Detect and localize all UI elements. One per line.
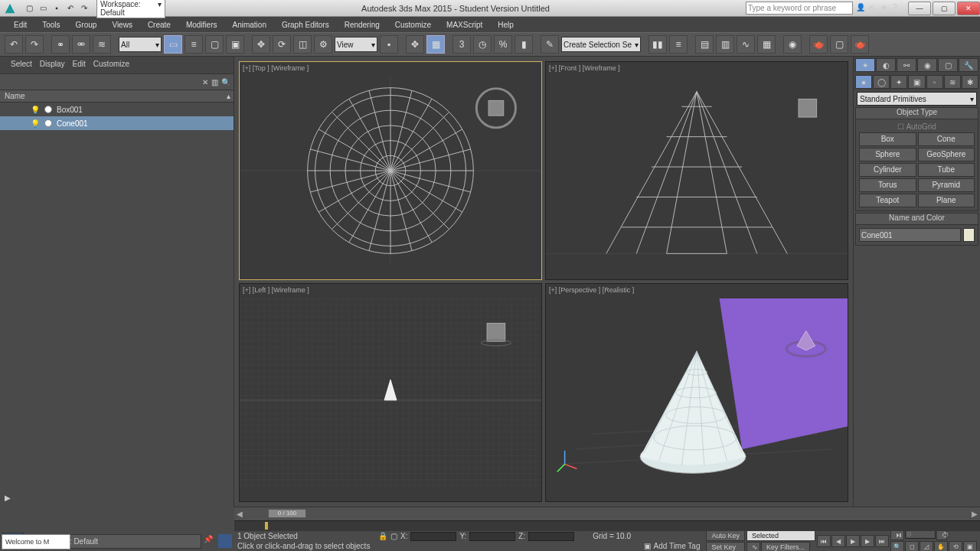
motion-tab-icon[interactable]: ◉ xyxy=(917,58,937,72)
obj-cone-button[interactable]: Cone xyxy=(918,132,975,146)
exchange-icon[interactable]: ✕ xyxy=(868,3,879,14)
lock-icon[interactable]: ✕ xyxy=(202,78,208,86)
obj-sphere-button[interactable]: Sphere xyxy=(859,148,916,161)
obj-pyramid-button[interactable]: Pyramid xyxy=(918,178,975,192)
keyboard-shortcut-button[interactable]: ▦ xyxy=(426,35,445,54)
menu-modifiers[interactable]: Modifiers xyxy=(178,18,225,31)
menu-maxscript[interactable]: MAXScript xyxy=(439,18,490,31)
x-coord-input[interactable] xyxy=(410,532,456,541)
keymode-dropdown[interactable]: Selected xyxy=(746,530,815,541)
track-bar[interactable] xyxy=(234,520,980,531)
new-icon[interactable]: ▢ xyxy=(23,2,35,15)
goto-start-icon[interactable]: ⏮ xyxy=(817,535,831,547)
autogrid-checkbox[interactable]: ☐ AutoGrid xyxy=(859,122,975,131)
time-slider[interactable]: ◀ 0 / 100 ▶ xyxy=(234,507,980,520)
undo-icon[interactable]: ↶ xyxy=(64,2,77,15)
redo-button[interactable]: ↷ xyxy=(25,35,44,54)
keyframe-icon[interactable] xyxy=(265,522,268,530)
expand-icon[interactable]: ▶ xyxy=(0,494,15,502)
filter-icon[interactable]: ▥ xyxy=(211,78,218,86)
systems-icon[interactable]: ✱ xyxy=(962,75,978,89)
keyfilters-button[interactable]: Key Filters... xyxy=(761,542,810,552)
select-object-button[interactable]: ▭ xyxy=(164,35,182,54)
object-color-swatch[interactable] xyxy=(963,228,975,242)
viewcube-icon[interactable] xyxy=(476,89,515,128)
visibility-icon[interactable] xyxy=(44,106,52,113)
play-icon[interactable]: ▶ xyxy=(846,535,860,547)
obj-plane-button[interactable]: Plane xyxy=(918,194,975,207)
mirror-button[interactable]: ▮▮ xyxy=(648,35,667,54)
add-time-tag[interactable]: Add Time Tag xyxy=(654,542,701,550)
bind-button[interactable]: ≋ xyxy=(93,35,111,54)
render-button[interactable]: 🫖 xyxy=(851,35,869,54)
scene-item-box[interactable]: 💡 Box001 xyxy=(0,103,234,116)
nav-pan-icon[interactable]: ✋ xyxy=(934,541,948,552)
scale-button[interactable]: ◫ xyxy=(293,35,312,54)
manipulate-button[interactable]: ✥ xyxy=(406,35,424,54)
prev-frame-icon[interactable]: ◀ xyxy=(234,510,245,518)
menu-customize[interactable]: Customize xyxy=(387,18,439,31)
menu-edit[interactable]: Edit xyxy=(6,18,34,31)
viewport-front[interactable]: [+] [Front ] [Wireframe ] xyxy=(545,61,848,280)
cameras-icon[interactable]: ▣ xyxy=(908,75,925,89)
scene-explorer-button[interactable]: ▥ xyxy=(716,35,734,54)
rotate-button[interactable]: ⟳ xyxy=(273,35,291,54)
nav-fov-icon[interactable]: ◿ xyxy=(920,541,933,552)
spacewarps-icon[interactable]: ≋ xyxy=(944,75,961,89)
lock-icon[interactable]: 🔒 xyxy=(378,532,387,540)
window-crossing-button[interactable]: ▣ xyxy=(226,35,244,54)
render-frame-button[interactable]: ▢ xyxy=(830,35,848,54)
obj-tube-button[interactable]: Tube xyxy=(918,163,975,177)
nav-zoomall-icon[interactable]: ◻ xyxy=(905,541,919,552)
next-key-icon[interactable]: ▶ xyxy=(861,535,874,547)
rollout-object-type[interactable]: Object Type xyxy=(855,107,978,119)
maximize-button[interactable]: ▢ xyxy=(933,2,956,15)
curve-editor-button[interactable]: ∿ xyxy=(737,35,755,54)
redo-icon[interactable]: ↷ xyxy=(78,2,90,15)
move-button[interactable]: ✥ xyxy=(252,35,270,54)
pin-icon[interactable]: 📌 xyxy=(204,535,216,547)
scene-header[interactable]: Name▴ xyxy=(0,90,234,103)
pivot-button[interactable]: ▪ xyxy=(380,35,398,54)
nav-maximize-icon[interactable]: ▣ xyxy=(963,541,977,552)
display-tab-icon[interactable]: ▢ xyxy=(938,58,958,72)
create-tab-icon[interactable]: ✦ xyxy=(855,58,875,72)
time-handle[interactable]: 0 / 100 xyxy=(268,509,306,518)
menu-tools[interactable]: Tools xyxy=(34,18,67,31)
lights-icon[interactable]: ✦ xyxy=(890,75,907,89)
rect-region-button[interactable]: ▢ xyxy=(205,35,224,54)
isolate-icon[interactable]: ▢ xyxy=(390,532,397,540)
maxscript-listener[interactable]: Welcome to M xyxy=(2,534,70,549)
ref-coord-dropdown[interactable]: View▾ xyxy=(335,37,377,52)
search-icon[interactable]: 🔍 xyxy=(221,78,230,86)
snap-3d-button[interactable]: 3 xyxy=(452,35,471,54)
tab-select[interactable]: Select xyxy=(11,60,32,73)
scene-item-cone[interactable]: 💡 Cone001 xyxy=(0,116,234,130)
goto-end-icon[interactable]: ⏭ xyxy=(875,535,889,547)
save-icon[interactable]: ▪ xyxy=(51,2,63,15)
named-selection-dropdown[interactable]: Create Selection Se▾ xyxy=(561,37,641,52)
viewport-perspective[interactable]: [+] [Perspective ] [Realistic ] xyxy=(545,283,848,502)
selection-filter-dropdown[interactable]: All▾ xyxy=(119,37,162,52)
setkey-button[interactable]: Set Key xyxy=(706,542,745,552)
schematic-button[interactable]: ▦ xyxy=(757,35,776,54)
obj-geosphere-button[interactable]: GeoSphere xyxy=(918,148,975,161)
placement-button[interactable]: ⚙ xyxy=(314,35,332,54)
shapes-icon[interactable]: ◯ xyxy=(873,75,890,89)
rollout-name-color[interactable]: Name and Color xyxy=(855,213,978,225)
edit-named-sel-button[interactable]: ✎ xyxy=(541,35,559,54)
workspace-dropdown[interactable]: Workspace: Default▾ xyxy=(96,0,165,18)
material-editor-button[interactable]: ◉ xyxy=(783,35,802,54)
link-button[interactable]: ⚭ xyxy=(51,35,70,54)
percent-snap-button[interactable]: % xyxy=(494,35,512,54)
menu-animation[interactable]: Animation xyxy=(224,18,273,31)
menu-grapheditors[interactable]: Graph Editors xyxy=(274,18,337,31)
viewport-label[interactable]: [+] [Left ] [Wireframe ] xyxy=(243,286,309,294)
category-dropdown[interactable]: Standard Primitives▾ xyxy=(857,92,977,106)
object-name-input[interactable] xyxy=(859,228,961,242)
modify-tab-icon[interactable]: ◐ xyxy=(876,58,896,72)
menu-help[interactable]: Help xyxy=(490,18,521,31)
tab-customize[interactable]: Customize xyxy=(93,60,129,73)
minimize-button[interactable]: — xyxy=(908,2,931,15)
undo-button[interactable]: ↶ xyxy=(5,35,23,54)
